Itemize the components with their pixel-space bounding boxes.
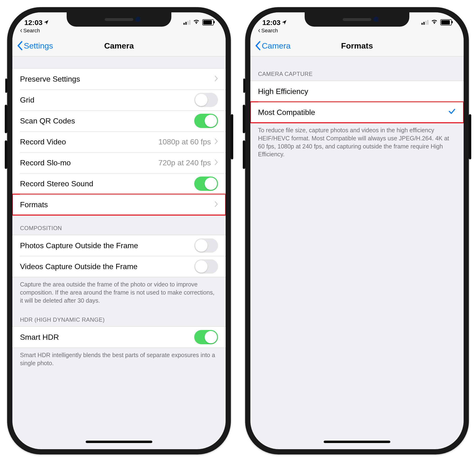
status-time: 12:03 [262,18,281,27]
chevron-right-icon [214,200,218,209]
composition-group: Photos Capture Outside the Frame Videos … [12,235,226,277]
capture-group: High Efficiency Most Compatible [250,81,464,123]
battery-icon [202,19,214,26]
breadcrumb-search[interactable]: Search [250,27,464,35]
page-title: Formats [341,41,373,50]
mute-switch [243,79,245,93]
videos-outside-toggle[interactable] [194,259,218,274]
scan-qr-toggle[interactable] [194,114,218,128]
row-stereo-sound[interactable]: Record Stereo Sound [12,173,226,194]
navbar: Camera Formats [250,35,464,56]
detail: 720p at 240 fps [158,159,211,167]
row-photos-outside-frame[interactable]: Photos Capture Outside the Frame [12,235,226,256]
wifi-icon [193,18,200,27]
notch [305,12,409,27]
breadcrumb-search[interactable]: Search [12,27,226,35]
status-time: 12:03 [24,18,43,27]
label: Scan QR Codes [20,116,194,125]
cellular-icon [183,20,190,25]
label: Photos Capture Outside the Frame [20,241,194,250]
volume-down-button [5,140,7,169]
footer-hdr: Smart HDR intelligently blends the best … [12,348,226,370]
location-icon [282,18,287,27]
wifi-icon [431,18,438,27]
battery-icon [440,19,452,26]
detail: 1080p at 60 fps [158,138,211,146]
header-hdr: HDR (High Dynamic Range) [12,307,226,326]
photos-outside-toggle[interactable] [194,238,218,253]
row-high-efficiency[interactable]: High Efficiency [250,81,464,102]
header-camera-capture: Camera Capture [250,56,464,81]
label: Videos Capture Outside the Frame [20,262,194,271]
volume-up-button [5,105,7,133]
cellular-icon [422,20,428,25]
power-button [231,114,233,160]
label: Most Compatible [258,108,448,117]
navbar: Settings Camera [12,35,226,56]
back-button[interactable]: Settings [17,41,53,50]
home-indicator[interactable] [324,441,390,443]
label: Formats [20,200,214,209]
breadcrumb-label: Search [261,27,278,34]
back-button[interactable]: Camera [255,41,291,50]
back-label: Settings [24,41,53,50]
volume-up-button [243,105,245,133]
grid-toggle[interactable] [194,93,218,107]
row-scan-qr[interactable]: Scan QR Codes [12,110,226,131]
phone-camera-settings: 12:03 Search Settings [7,7,231,454]
row-record-video[interactable]: Record Video 1080p at 60 fps [12,131,226,152]
header-composition: Composition [12,215,226,235]
label: High Efficiency [258,87,456,96]
volume-down-button [243,140,245,169]
mute-switch [5,79,7,93]
home-indicator[interactable] [86,441,152,443]
chevron-right-icon [214,138,218,146]
settings-content[interactable]: Preserve Settings Grid Scan QR Codes Rec… [12,56,226,443]
stereo-toggle[interactable] [194,177,218,191]
notch [67,12,171,27]
label: Record Video [20,138,158,146]
hdr-group: Smart HDR [12,326,226,348]
chevron-right-icon [214,159,218,167]
label: Record Slo-mo [20,159,158,167]
footer-formats: To reduce file size, capture photos and … [250,123,464,161]
formats-content[interactable]: Camera Capture High Efficiency Most Comp… [250,56,464,443]
row-most-compatible[interactable]: Most Compatible [250,102,464,123]
smart-hdr-toggle[interactable] [194,330,218,344]
checkmark-icon [448,107,456,117]
power-button [469,114,471,160]
location-icon [44,18,49,27]
label: Record Stereo Sound [20,179,194,188]
row-grid[interactable]: Grid [12,89,226,110]
camera-main-group: Preserve Settings Grid Scan QR Codes Rec… [12,68,226,215]
back-label: Camera [262,41,291,50]
row-videos-outside-frame[interactable]: Videos Capture Outside the Frame [12,256,226,277]
label: Grid [20,96,194,105]
footer-composition: Capture the area outside the frame of th… [12,277,226,307]
phone-formats: 12:03 Search Camera Formats [245,7,469,454]
page-title: Camera [104,41,134,50]
row-record-slomo[interactable]: Record Slo-mo 720p at 240 fps [12,152,226,173]
row-smart-hdr[interactable]: Smart HDR [12,327,226,347]
row-formats[interactable]: Formats [12,194,226,215]
breadcrumb-label: Search [23,27,40,34]
label: Preserve Settings [20,75,214,83]
row-preserve-settings[interactable]: Preserve Settings [12,69,226,89]
chevron-right-icon [214,75,218,83]
label: Smart HDR [20,333,194,342]
